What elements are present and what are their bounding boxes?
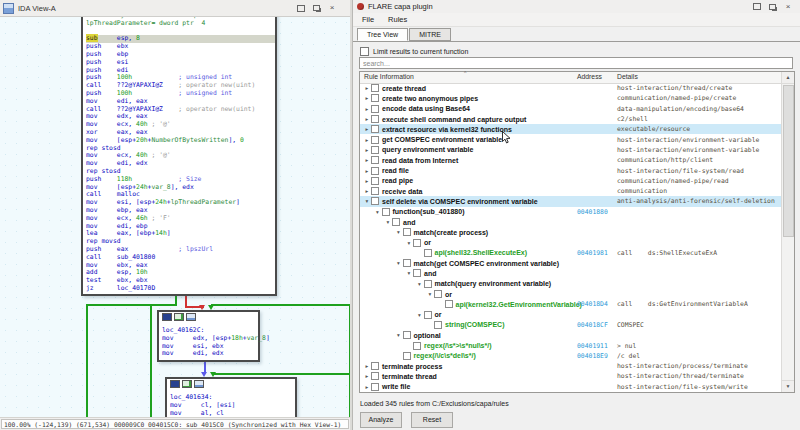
scroll-up-icon[interactable]: ▲ <box>782 72 794 84</box>
node-window-icon[interactable] <box>186 313 196 321</box>
basic-block-sub-4015C0[interactable]: NumberOfBytesWritten= dword ptr -4lpThre… <box>81 17 277 296</box>
collapse-icon[interactable]: ▾ <box>384 219 392 225</box>
node-edit-icon[interactable] <box>174 313 184 321</box>
reset-button[interactable]: Reset <box>411 412 453 428</box>
rule-checkbox[interactable] <box>371 383 379 391</box>
address-value[interactable]: 00401911 <box>577 342 608 350</box>
tree-row[interactable]: ▸encode data using Base64data-manipulati… <box>360 104 783 114</box>
collapse-icon[interactable]: ▾ <box>416 281 424 287</box>
expand-icon[interactable]: ▸ <box>363 147 371 153</box>
disasm-line[interactable]: jz loc_40170D <box>86 285 275 293</box>
col-details[interactable]: Details <box>617 73 638 80</box>
tree-row[interactable]: ▾and <box>360 268 783 278</box>
rule-checkbox[interactable] <box>445 300 453 308</box>
tree-scrollbar[interactable]: ▲ ▼ <box>781 72 794 392</box>
scrollbar-thumb[interactable] <box>783 85 794 237</box>
expand-icon[interactable]: ▸ <box>363 168 371 174</box>
address-value[interactable]: 004018D4 <box>577 300 608 308</box>
tree-row[interactable]: ▾or <box>360 310 783 320</box>
address-value[interactable]: 00401981 <box>577 249 608 257</box>
rule-checkbox[interactable] <box>382 208 390 216</box>
expand-icon[interactable]: ▸ <box>363 95 371 101</box>
rule-checkbox[interactable] <box>413 239 421 247</box>
collapse-icon[interactable]: ▾ <box>363 198 371 204</box>
tree-row[interactable]: ▸read filehost-interaction/file-system/r… <box>360 165 783 175</box>
scroll-down-icon[interactable]: ▼ <box>782 380 794 392</box>
expand-icon[interactable]: ▸ <box>363 178 371 184</box>
expand-icon[interactable]: ▸ <box>363 85 371 91</box>
tree-row[interactable]: api(kernel32.GetEnvironmentVariable)0040… <box>360 299 783 309</box>
collapse-icon[interactable]: ▾ <box>374 209 382 215</box>
tree-row[interactable]: string(COMSPEC)004018CFCOMSPEC <box>360 320 783 330</box>
tab-mitre[interactable]: MITRE <box>409 28 451 41</box>
rule-checkbox[interactable] <box>413 269 421 277</box>
rule-checkbox[interactable] <box>371 105 379 113</box>
float-icon[interactable] <box>769 4 776 10</box>
tree-row[interactable]: ▾match(get COMSPEC environment variable) <box>360 258 783 268</box>
tree-row[interactable]: ▾self delete via COMSPEC environment var… <box>360 196 783 206</box>
tree-row[interactable]: ▸execute shell command and capture outpu… <box>360 114 783 124</box>
rule-checkbox[interactable] <box>403 259 411 267</box>
rule-checkbox[interactable] <box>371 146 379 154</box>
collapse-icon[interactable]: ▾ <box>395 260 403 266</box>
tree-row[interactable]: regex(/\/c\s*del\s*/)004018E9/c del <box>360 351 783 361</box>
node-edit-icon[interactable] <box>182 380 192 388</box>
collapse-icon[interactable]: ▾ <box>405 240 413 246</box>
rule-checkbox[interactable] <box>434 321 442 329</box>
menu-file[interactable]: File <box>362 15 374 24</box>
rule-checkbox[interactable] <box>371 187 379 195</box>
close-icon[interactable]: × <box>328 4 336 12</box>
collapse-icon[interactable]: ▾ <box>416 312 424 318</box>
rule-checkbox[interactable] <box>371 167 379 175</box>
node-toolbar[interactable] <box>162 313 258 321</box>
node-palette-icon[interactable] <box>162 313 172 321</box>
expand-icon[interactable]: ▸ <box>363 157 371 163</box>
tree-row[interactable]: ▸receive datacommunication <box>360 186 783 196</box>
maximize-icon[interactable] <box>297 5 305 12</box>
collapse-icon[interactable]: ▾ <box>405 270 413 276</box>
tree-row[interactable]: ▾function(sub_401880)00401880 <box>360 207 783 217</box>
expand-icon[interactable]: ▸ <box>363 116 371 122</box>
expand-icon[interactable]: ▸ <box>363 106 371 112</box>
close-icon[interactable]: × <box>784 3 792 11</box>
rule-checkbox[interactable] <box>403 228 411 236</box>
collapse-icon[interactable]: ▾ <box>426 291 434 297</box>
rule-checkbox[interactable] <box>392 218 400 226</box>
graph-view[interactable]: NumberOfBytesWritten= dword ptr -4lpThre… <box>0 17 352 417</box>
collapse-icon[interactable]: ▾ <box>395 229 403 235</box>
tree-row[interactable]: ▸query environment variablehost-interact… <box>360 145 783 155</box>
tree-row[interactable]: ▸write filehost-interaction/file-system/… <box>360 382 783 391</box>
expand-icon[interactable]: ▸ <box>363 373 371 379</box>
tree-row[interactable]: ▸create two anonymous pipescommunication… <box>360 93 783 103</box>
disasm-line[interactable]: lpThreadParameter= dword ptr 4 <box>86 20 275 28</box>
col-address[interactable]: Address <box>577 73 602 80</box>
rule-checkbox[interactable] <box>371 372 379 380</box>
tree-row[interactable]: ▾match(query environment variable) <box>360 279 783 289</box>
expand-icon[interactable]: ▸ <box>363 363 371 369</box>
tree-row[interactable]: ▾optional <box>360 330 783 340</box>
rule-checkbox[interactable] <box>371 177 379 185</box>
analyze-button[interactable]: Analyze <box>360 412 402 428</box>
rule-checkbox[interactable] <box>424 311 432 319</box>
tree-row[interactable]: ▾and <box>360 217 783 227</box>
rule-checkbox[interactable] <box>413 342 421 350</box>
rule-checkbox[interactable] <box>424 249 432 257</box>
node-toolbar[interactable] <box>170 380 295 388</box>
rule-checkbox[interactable] <box>371 94 379 102</box>
tree-row[interactable]: ▸extract resource via kernel32 functions… <box>360 124 783 134</box>
tree-row[interactable]: ▸terminate threadhost-interaction/thread… <box>360 371 783 381</box>
node-window-icon[interactable] <box>194 380 204 388</box>
disasm-line[interactable]: mov al, cl <box>170 410 295 417</box>
rule-checkbox[interactable] <box>371 125 379 133</box>
tree-row[interactable]: ▸get COMSPEC environment variablehost-in… <box>360 134 783 144</box>
rule-checkbox[interactable] <box>434 290 442 298</box>
rule-checkbox[interactable] <box>403 352 411 360</box>
capa-titlebar[interactable]: FLARE capa plugin × <box>353 0 800 14</box>
menu-rules[interactable]: Rules <box>388 15 407 24</box>
collapse-icon[interactable]: ▾ <box>395 332 403 338</box>
address-value[interactable]: 004018E9 <box>577 352 608 360</box>
tab-tree-view[interactable]: Tree View <box>357 28 408 41</box>
rule-checkbox[interactable] <box>371 115 379 123</box>
rule-checkbox[interactable] <box>371 362 379 370</box>
limit-checkbox-row[interactable]: Limit results to current function <box>360 46 468 56</box>
